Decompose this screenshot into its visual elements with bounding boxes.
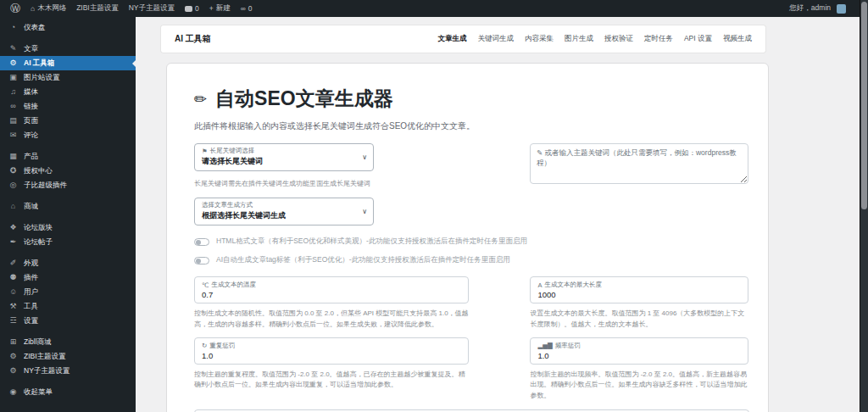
keyword-select-column: ⚑ 长尾关键词选择 请选择长尾关键词 ∨ 长尾关键词需先在插件关键词生成功能里面… xyxy=(194,143,469,188)
sidebar-item-license-center[interactable]: ✪授权中心 xyxy=(0,164,136,178)
field-help: 控制新主题的出现频率。取值范围为 -2.0 至 2.0。值越高，新主题越容易出现… xyxy=(530,370,748,402)
sidebar-item-ny-child-theme-settings[interactable]: ⚙NY子主题设置 xyxy=(0,364,136,378)
link-icon: ∞ xyxy=(8,103,18,110)
sidebar-item-appearance[interactable]: ✐外观 xyxy=(0,256,136,270)
sidebar-item-media[interactable]: ♫媒体 xyxy=(0,85,136,99)
html-format-toggle-row: HTML格式文章（有利于SEO优化和样式美观）-此功能仅支持授权激活后在插件定时… xyxy=(194,237,748,247)
sidebar-item-dashboard[interactable]: ◔仪表盘 xyxy=(0,20,136,35)
sidebar-item-label: 仪表盘 xyxy=(24,24,46,31)
generator-card: ✏ 自动SEO文章生成器 此插件将根据输入的内容或选择长尾关键词生成符合SEO优… xyxy=(166,63,769,412)
forum-icon: ❖ xyxy=(8,224,18,231)
toolbox-header-bar: AI 工具箱 文章生成关键词生成内容采集图片生成授权验证定时任务API 设置视频… xyxy=(161,25,765,53)
sidebar: ◔仪表盘✎文章⚙AI 工具箱▣图片站设置♫媒体∞链接▤页面✉评论▦产品✪授权中心… xyxy=(0,17,136,412)
sidebar-item-zibi-super-plugin[interactable]: ◎子比超级插件 xyxy=(0,178,136,192)
wordpress-logo-icon[interactable]: Ⓦ xyxy=(5,2,25,16)
sidebar-item-label: 授权中心 xyxy=(24,167,53,175)
tab-video-generation[interactable]: 视频生成 xyxy=(723,34,752,44)
topic-input-column xyxy=(530,143,748,187)
longtail-keyword-select[interactable]: ⚑ 长尾关键词选择 请选择长尾关键词 ∨ xyxy=(194,143,374,171)
forum-post-icon: ✒ xyxy=(8,238,18,246)
field-label: 生成文本的温度 xyxy=(211,281,256,289)
fields-row-1: ℃生成文本的温度0.7控制生成文本的随机性。取值范围为 0.0 至 2.0，但某… xyxy=(194,276,748,331)
chevron-down-icon: ∨ xyxy=(362,153,367,161)
sidebar-item-ai-toolbox[interactable]: ⚙AI 工具箱 xyxy=(0,56,136,70)
comments-icon: ✉ xyxy=(8,131,18,139)
link-count: 0 xyxy=(248,4,253,13)
tab-image-generation[interactable]: 图片生成 xyxy=(565,34,593,44)
new-content-menu[interactable]: + 新建 xyxy=(204,3,236,14)
sidebar-item-zibi-theme-settings[interactable]: ⚙ZIBI主题设置 xyxy=(0,349,136,364)
sidebar-item-forum-sections[interactable]: ❖论坛版块 xyxy=(0,220,136,235)
zibi-theme-settings-link[interactable]: ZIBI主题设置 xyxy=(71,3,124,14)
field-label: 生成文本的最大长度 xyxy=(544,281,602,289)
chevron-down-icon: ∨ xyxy=(362,208,367,215)
sidebar-item-posts[interactable]: ✎文章 xyxy=(0,42,136,56)
thermometer-icon: ℃ xyxy=(202,281,209,289)
font-size-icon: A xyxy=(537,281,542,289)
select-value: 根据选择长尾关键词生成 xyxy=(202,210,358,221)
plug-icon: ⚉ xyxy=(8,274,18,281)
tab-scheduled-tasks[interactable]: 定时任务 xyxy=(644,34,673,44)
tab-license-verification[interactable]: 授权验证 xyxy=(604,34,633,44)
temperature-input[interactable]: ℃生成文本的温度0.7 xyxy=(194,276,469,303)
sidebar-item-label: 图片站设置 xyxy=(24,74,60,81)
select-value: 请选择长尾关键词 xyxy=(202,156,358,167)
toggle-knob xyxy=(196,240,201,245)
sidebar-item-label: 设置 xyxy=(24,317,38,325)
max-length-field: A生成文本的最大长度1000设置生成文本的最大长度。取值范围为 1 至 4096… xyxy=(530,276,748,331)
sidebar-item-plugins[interactable]: ⚉插件 xyxy=(0,270,136,285)
sidebar-item-label: 子比超级插件 xyxy=(24,181,67,189)
sidebar-item-image-site-settings[interactable]: ▣图片站设置 xyxy=(0,70,136,85)
topic-keyword-textarea[interactable] xyxy=(530,143,748,184)
auto-tag-toggle[interactable] xyxy=(194,257,209,264)
ny-child-theme-settings-link[interactable]: NY子主题设置 xyxy=(124,3,180,14)
collapse-icon: ◉ xyxy=(8,388,18,396)
scrollbar-thumb[interactable] xyxy=(861,2,867,209)
home-icon: ⌂ xyxy=(31,4,35,13)
field-value: 1000 xyxy=(537,290,741,299)
link-counter[interactable]: ∞ 0 xyxy=(236,4,258,13)
field-help: 控制生成文本的随机性。取值范围为 0.0 至 2.0，但某些 API 模型可能只… xyxy=(194,309,469,331)
image-icon: ▣ xyxy=(8,74,18,81)
sidebar-item-links[interactable]: ∞链接 xyxy=(0,99,136,114)
mode-row: 选择文章生成方式 根据选择长尾关键词生成 ∨ xyxy=(194,198,748,225)
generation-mode-select[interactable]: 选择文章生成方式 根据选择长尾关键词生成 ∨ xyxy=(194,198,374,225)
comments-indicator[interactable]: 0 xyxy=(180,4,204,13)
tab-content-collection[interactable]: 内容采集 xyxy=(525,34,554,44)
sidebar-item-label: 收起菜单 xyxy=(24,388,53,396)
sidebar-item-store[interactable]: ⌂商城 xyxy=(0,199,136,214)
sidebar-item-pages[interactable]: ▤页面 xyxy=(0,114,136,128)
sidebar-item-label: 论坛版块 xyxy=(24,224,53,231)
repeat-icon: ↻ xyxy=(202,342,207,349)
keyword-select-help: 长尾关键词需先在插件关键词生成功能里面生成长尾关键词 xyxy=(194,179,469,188)
sidebar-item-tools[interactable]: ⚒工具 xyxy=(0,299,136,314)
scrollbar-track[interactable] xyxy=(860,0,868,412)
account-menu[interactable]: 您好，admin xyxy=(784,3,851,14)
html-format-toggle[interactable] xyxy=(194,238,209,246)
sidebar-item-zibll-store[interactable]: ⊞Zibll商城 xyxy=(0,335,136,349)
sidebar-item-forum-posts[interactable]: ✒论坛帖子 xyxy=(0,235,136,249)
sidebar-item-collapse-menu[interactable]: ◉收起菜单 xyxy=(0,385,136,399)
sidebar-item-users[interactable]: ☺用户 xyxy=(0,285,136,299)
gear-icon: ⚙ xyxy=(8,59,18,67)
frequency-penalty-input[interactable]: ▂▅▇频率惩罚1.0 xyxy=(530,337,748,365)
presence-penalty-input[interactable]: ↻重复惩罚1.0 xyxy=(194,337,469,365)
keyword-row: ⚑ 长尾关键词选择 请选择长尾关键词 ∨ 长尾关键词需先在插件关键词生成功能里面… xyxy=(194,143,748,188)
admin-bar-right: 您好，admin xyxy=(784,3,851,14)
sidebar-item-settings[interactable]: ☲设置 xyxy=(0,314,136,328)
field-value: 0.7 xyxy=(202,290,461,299)
tab-article-generation[interactable]: 文章生成 xyxy=(437,34,466,44)
card-subtitle: 此插件将根据输入的内容或选择长尾关键词生成符合SEO优化的中文文章。 xyxy=(194,120,748,132)
sidebar-item-label: 用户 xyxy=(24,288,38,296)
sidebar-item-products[interactable]: ▦产品 xyxy=(0,149,136,164)
tag-icon: ⚑ xyxy=(202,148,208,155)
sidebar-item-label: 外观 xyxy=(24,259,38,267)
site-menu[interactable]: ⌂ 木木网络 xyxy=(25,3,71,14)
max-length-input[interactable]: A生成文本的最大长度1000 xyxy=(530,276,748,303)
tab-keyword-generation[interactable]: 关键词生成 xyxy=(477,34,514,44)
card-title-text: 自动SEO文章生成器 xyxy=(215,86,393,112)
sidebar-item-label: 页面 xyxy=(24,117,38,125)
user-icon: ☺ xyxy=(8,288,18,296)
sidebar-item-comments[interactable]: ✉评论 xyxy=(0,128,136,142)
tab-api-settings[interactable]: API 设置 xyxy=(684,34,712,44)
